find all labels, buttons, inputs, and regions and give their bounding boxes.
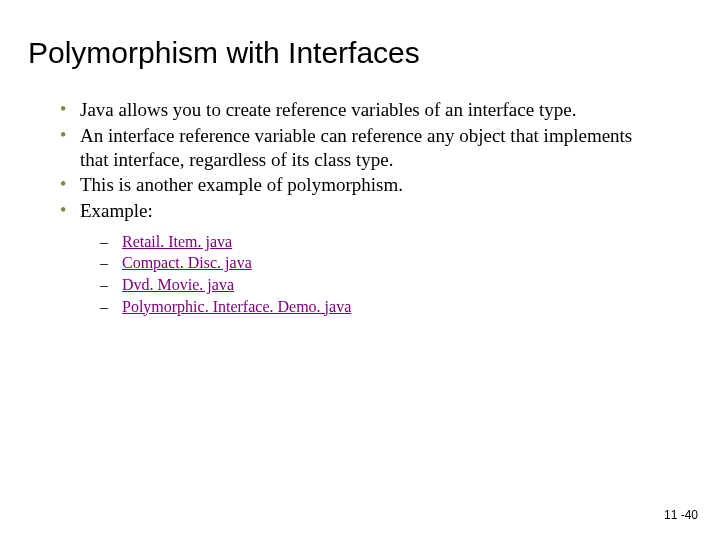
file-link[interactable]: Compact. Disc. java [122, 254, 252, 271]
file-link[interactable]: Retail. Item. java [122, 233, 232, 250]
file-link[interactable]: Dvd. Movie. java [122, 276, 234, 293]
bullet-item: Java allows you to create reference vari… [60, 98, 692, 122]
sub-bullet-item: Retail. Item. java [100, 231, 692, 253]
bullet-item: This is another example of polymorphism. [60, 173, 692, 197]
slide-title: Polymorphism with Interfaces [28, 36, 692, 70]
file-link[interactable]: Polymorphic. Interface. Demo. java [122, 298, 351, 315]
slide: Polymorphism with Interfaces Java allows… [0, 0, 720, 317]
page-number: 11 -40 [664, 508, 698, 522]
sub-bullet-item: Compact. Disc. java [100, 252, 692, 274]
bullet-item: An interface reference variable can refe… [60, 124, 692, 172]
sub-bullet-list: Retail. Item. java Compact. Disc. java D… [28, 231, 692, 317]
sub-bullet-item: Dvd. Movie. java [100, 274, 692, 296]
bullet-list: Java allows you to create reference vari… [28, 98, 692, 223]
sub-bullet-item: Polymorphic. Interface. Demo. java [100, 296, 692, 318]
bullet-item: Example: [60, 199, 692, 223]
